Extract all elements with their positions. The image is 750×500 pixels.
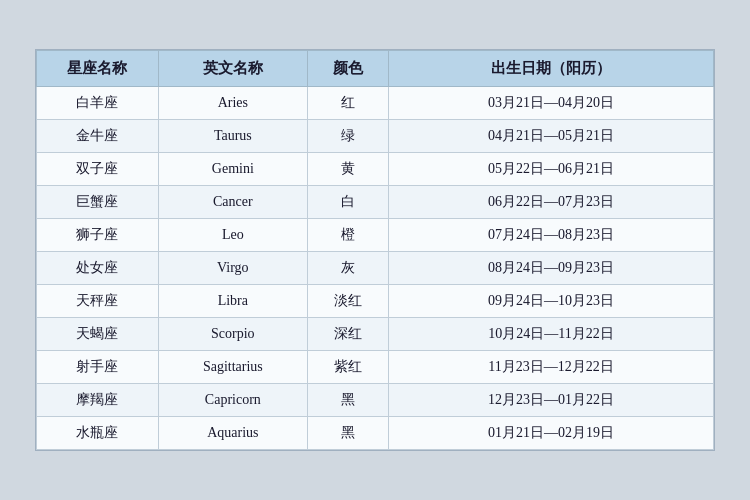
cell-english: Virgo — [158, 252, 307, 285]
cell-english: Aquarius — [158, 417, 307, 450]
table-row: 天蝎座Scorpio深红10月24日—11月22日 — [37, 318, 714, 351]
table-header-row: 星座名称 英文名称 颜色 出生日期（阳历） — [37, 51, 714, 87]
cell-color: 黑 — [307, 384, 388, 417]
cell-chinese: 双子座 — [37, 153, 159, 186]
cell-english: Cancer — [158, 186, 307, 219]
cell-chinese: 白羊座 — [37, 87, 159, 120]
header-date: 出生日期（阳历） — [389, 51, 714, 87]
cell-chinese: 摩羯座 — [37, 384, 159, 417]
table-body: 白羊座Aries红03月21日—04月20日金牛座Taurus绿04月21日—0… — [37, 87, 714, 450]
cell-chinese: 天秤座 — [37, 285, 159, 318]
table-row: 处女座Virgo灰08月24日—09月23日 — [37, 252, 714, 285]
cell-date: 05月22日—06月21日 — [389, 153, 714, 186]
cell-date: 07月24日—08月23日 — [389, 219, 714, 252]
cell-color: 淡红 — [307, 285, 388, 318]
table-row: 双子座Gemini黄05月22日—06月21日 — [37, 153, 714, 186]
table-row: 水瓶座Aquarius黑01月21日—02月19日 — [37, 417, 714, 450]
cell-color: 绿 — [307, 120, 388, 153]
cell-color: 黄 — [307, 153, 388, 186]
cell-chinese: 处女座 — [37, 252, 159, 285]
cell-color: 红 — [307, 87, 388, 120]
cell-color: 紫红 — [307, 351, 388, 384]
table-row: 摩羯座Capricorn黑12月23日—01月22日 — [37, 384, 714, 417]
header-english: 英文名称 — [158, 51, 307, 87]
cell-color: 深红 — [307, 318, 388, 351]
cell-english: Scorpio — [158, 318, 307, 351]
table-row: 金牛座Taurus绿04月21日—05月21日 — [37, 120, 714, 153]
cell-date: 12月23日—01月22日 — [389, 384, 714, 417]
cell-chinese: 金牛座 — [37, 120, 159, 153]
cell-chinese: 天蝎座 — [37, 318, 159, 351]
cell-color: 黑 — [307, 417, 388, 450]
table-row: 狮子座Leo橙07月24日—08月23日 — [37, 219, 714, 252]
cell-date: 10月24日—11月22日 — [389, 318, 714, 351]
table-row: 巨蟹座Cancer白06月22日—07月23日 — [37, 186, 714, 219]
cell-english: Gemini — [158, 153, 307, 186]
cell-date: 08月24日—09月23日 — [389, 252, 714, 285]
cell-date: 09月24日—10月23日 — [389, 285, 714, 318]
cell-color: 橙 — [307, 219, 388, 252]
header-color: 颜色 — [307, 51, 388, 87]
cell-date: 11月23日—12月22日 — [389, 351, 714, 384]
table-row: 白羊座Aries红03月21日—04月20日 — [37, 87, 714, 120]
cell-english: Capricorn — [158, 384, 307, 417]
cell-english: Leo — [158, 219, 307, 252]
cell-english: Taurus — [158, 120, 307, 153]
cell-chinese: 水瓶座 — [37, 417, 159, 450]
cell-date: 01月21日—02月19日 — [389, 417, 714, 450]
cell-chinese: 射手座 — [37, 351, 159, 384]
table-row: 射手座Sagittarius紫红11月23日—12月22日 — [37, 351, 714, 384]
cell-english: Aries — [158, 87, 307, 120]
cell-date: 04月21日—05月21日 — [389, 120, 714, 153]
cell-english: Sagittarius — [158, 351, 307, 384]
cell-english: Libra — [158, 285, 307, 318]
table-row: 天秤座Libra淡红09月24日—10月23日 — [37, 285, 714, 318]
cell-color: 灰 — [307, 252, 388, 285]
cell-date: 06月22日—07月23日 — [389, 186, 714, 219]
zodiac-table: 星座名称 英文名称 颜色 出生日期（阳历） 白羊座Aries红03月21日—04… — [36, 50, 714, 450]
cell-chinese: 狮子座 — [37, 219, 159, 252]
zodiac-table-container: 星座名称 英文名称 颜色 出生日期（阳历） 白羊座Aries红03月21日—04… — [35, 49, 715, 451]
cell-date: 03月21日—04月20日 — [389, 87, 714, 120]
cell-color: 白 — [307, 186, 388, 219]
header-chinese: 星座名称 — [37, 51, 159, 87]
cell-chinese: 巨蟹座 — [37, 186, 159, 219]
